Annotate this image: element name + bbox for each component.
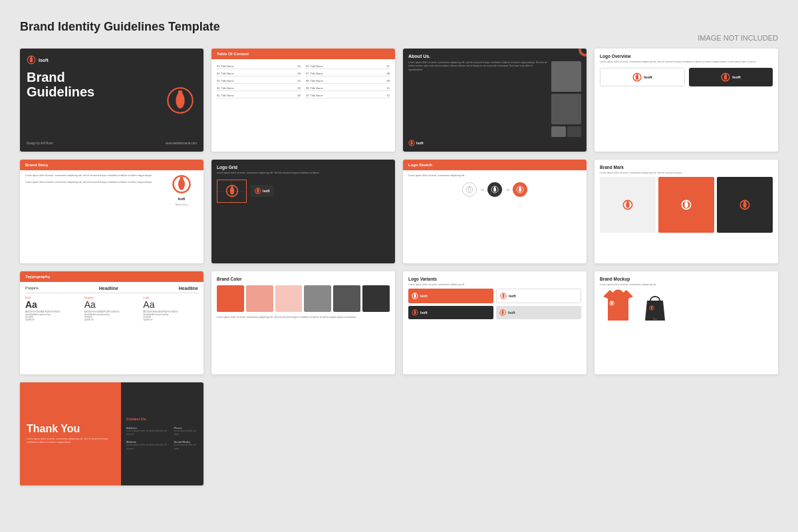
lv-name-gray: Isoft	[508, 311, 515, 315]
logo-box-white: Isoft	[600, 68, 685, 86]
logo-variants-row: Isoft Isoft	[600, 68, 773, 86]
thank-you-subtext: Lorem ipsum dolor sit amet, consectetur …	[27, 438, 114, 445]
sketch-filled-orange	[513, 182, 527, 197]
svg-point-14	[725, 74, 726, 75]
svg-point-54	[501, 311, 503, 315]
contact-phone: Phone Lorem ipsum dolor sit what.	[174, 426, 198, 437]
brand-story-logo-col: Isoft Brand Story	[165, 174, 198, 206]
brand-story-content: Lorem ipsum dolor sit amet, consectetur …	[25, 174, 198, 206]
bag-label: Bag	[642, 318, 668, 321]
svg-point-1	[30, 57, 33, 63]
toc-item: 07. Title Name08	[306, 70, 390, 76]
lv-icon-white	[500, 293, 507, 299]
typo-bold: Bold Aa ABCDEFGHIJKLMNOPQRSTUVWXYZabcdef…	[25, 296, 80, 322]
toc-item: 09. Title Name11	[306, 85, 390, 91]
contact-bottom-row: Website Lorem ipsum dolor sit amet what …	[126, 440, 198, 451]
slide-brand-guidelines: Isoft Brand Guidelines Design by Arif Ru…	[20, 49, 203, 152]
slide-thank-you: Thank You Lorem ipsum dolor sit amet, co…	[20, 382, 203, 485]
about-title: About Us.	[408, 54, 581, 59]
toc-item: 03. Title Name05	[217, 78, 301, 84]
color-swatches	[217, 285, 390, 312]
logo-sketch-text: Lorem ipsum dolor sit amet, consectetur …	[408, 174, 581, 177]
logo-grid-title: Logo Grid	[217, 165, 390, 170]
headline-label-1: Headline	[99, 286, 118, 291]
svg-point-43	[744, 201, 746, 203]
svg-point-51	[414, 311, 416, 315]
slide-typography: Taypography Poppins Headline Headline Bo…	[20, 271, 203, 374]
typo-light-chars: ABCDEFGHIJKLMNOPQRSTUVWXYZabcdefghijklmn…	[143, 311, 198, 322]
font-name: Poppins	[25, 286, 39, 291]
svg-point-10	[636, 74, 639, 80]
svg-point-17	[180, 177, 184, 180]
typo-regular-chars: ABCDEFGHIJKLMNOPQRSTUVWXYZabcdefghijklmn…	[84, 311, 140, 322]
slide-brand-mockup: Brand Mockup Lorem ipsum dolor sit amet,…	[595, 271, 778, 374]
svg-point-45	[414, 294, 416, 298]
sketch-row: → →	[408, 182, 581, 197]
brand-story-header: Brand Story	[20, 160, 203, 170]
logo-overview-name-white: Isoft	[644, 75, 652, 79]
contact-social: Social Media Lorem ipsum dolor sit what.	[174, 440, 198, 451]
logo-name-slide1: Isoft	[39, 58, 49, 63]
phone-value: Lorem ipsum dolor sit what.	[174, 430, 198, 437]
lv-variant-dark: Isoft	[408, 306, 493, 319]
svg-point-58	[611, 301, 612, 302]
brand-mockup-title: Brand Mockup	[600, 277, 773, 281]
bm-box-orange	[658, 177, 714, 233]
typo-light: Light Aa ABCDEFGHIJKLMNOPQRSTUVWXYZabcde…	[143, 296, 198, 322]
brand-color-text: Lorem ipsum dolor sit amet, consectetur …	[217, 316, 390, 319]
bm-box-dark	[717, 177, 773, 233]
slide-brand-story: Brand Story Lorem ipsum dolor sit amet, …	[20, 160, 203, 263]
isoft-logo-icon	[27, 55, 36, 65]
bm-icon-white	[622, 200, 633, 210]
lv-name-white: Isoft	[509, 294, 516, 298]
typography-header: Taypography	[20, 271, 203, 282]
logo-grid-box	[217, 180, 247, 203]
typo-regular-label: Regular	[84, 296, 140, 299]
toc-header: Table Of Content	[211, 49, 395, 59]
typo-bold-label: Bold	[25, 296, 80, 299]
mockup-items: Bag	[600, 289, 773, 322]
brand-mark-text: Lorem ipsum dolor sit amet, consectetur …	[600, 172, 773, 174]
page-title: Brand Identity Guidelines Template	[20, 20, 778, 34]
svg-point-25	[257, 188, 259, 190]
brand-mockup-text: Lorem ipsum dolor sit amet, consectetur …	[600, 283, 773, 286]
typo-bold-aa: Aa	[25, 300, 80, 309]
logo-overview-title: Logo Overview	[600, 54, 773, 59]
svg-point-4	[176, 92, 184, 108]
about-content: Lorem ipsum dolor sit amet, consectetur …	[408, 61, 581, 137]
logo-overview-icon-dark	[721, 72, 730, 82]
toc-item: 02. Title Name04	[217, 70, 301, 76]
logo-variants-grid: Isoft Isoft Isoft Isoft	[408, 289, 581, 319]
swatch-dark-gray	[333, 285, 360, 312]
svg-point-57	[611, 301, 613, 305]
address-value: Lorem ipsum dolor sit amet what the all …	[126, 430, 169, 437]
bag-logo	[649, 305, 654, 311]
lv-variant-gray: Isoft	[496, 306, 581, 319]
designer-credit: Design by Arif Rumi	[27, 142, 53, 145]
brand-story-text: Lorem ipsum dolor sit amet, consectetur …	[25, 174, 161, 206]
logo-variants-text: Lorem ipsum dolor sit amet, consectetur …	[408, 283, 581, 286]
logo-grid-lines	[217, 180, 246, 202]
lv-icon-dark	[412, 309, 418, 316]
logo-area: Isoft	[27, 55, 197, 65]
svg-point-40	[686, 201, 688, 203]
bm-icon-orange	[681, 200, 692, 210]
logo-overview-icon-white	[632, 72, 642, 82]
swatch-darkest-gray	[362, 285, 390, 312]
typography-name-row: Poppins Headline Headline	[25, 286, 198, 293]
about-text: Lorem ipsum dolor sit amet, consectetur …	[408, 61, 547, 137]
brand-mark-title: Brand Mark	[600, 165, 773, 170]
logo-grid-right: Isoft	[251, 185, 274, 197]
swatch-orange	[217, 285, 244, 312]
svg-point-33	[519, 188, 521, 192]
typo-light-label: Light	[143, 296, 198, 299]
typo-regular: Regular Aa ABCDEFGHIJKLMNOPQRSTUVWXYZabc…	[84, 296, 140, 322]
lv-variant-white: Isoft	[496, 289, 581, 303]
svg-point-30	[493, 188, 496, 192]
logo-dark-variant: Isoft	[251, 185, 274, 197]
bag-svg	[642, 289, 668, 322]
headline-label-2: Headline	[179, 286, 198, 291]
contact-website: Website Lorem ipsum dolor sit amet what …	[126, 440, 169, 451]
bm-box-white	[600, 177, 656, 233]
svg-point-61	[651, 306, 652, 307]
